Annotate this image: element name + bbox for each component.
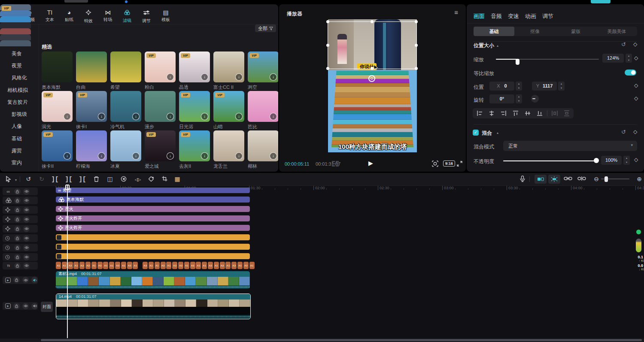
text-clip[interactable]: A3 <box>115 262 120 269</box>
download-icon[interactable]: ↓ <box>201 152 208 160</box>
selection-handle[interactable] <box>326 20 329 23</box>
download-icon[interactable]: ↓ <box>235 73 243 81</box>
rotate-field[interactable]: 0° <box>489 94 514 103</box>
download-icon[interactable]: ↓ <box>270 113 277 120</box>
filter-card[interactable]: ↓龙舌兰 <box>213 130 244 169</box>
selection-handle[interactable] <box>326 44 329 47</box>
filter-card-partial[interactable] <box>0 40 31 46</box>
text-clip[interactable]: A3 <box>85 262 91 269</box>
subtab-抠像[interactable]: 抠像 <box>514 27 555 36</box>
tab-动画[interactable]: 动画 <box>525 12 536 20</box>
filter-card[interactable]: ↓芭比 <box>248 91 278 130</box>
player-menu-icon[interactable]: ≡ <box>454 9 458 16</box>
playhead-line[interactable] <box>67 185 68 338</box>
text-clip[interactable]: A1 <box>249 262 255 269</box>
section-position-size-title[interactable]: 位置大小 ▴ <box>474 42 498 49</box>
text-clip[interactable]: A3 <box>161 262 166 269</box>
clip-sticker[interactable] <box>56 244 250 250</box>
tab-画面[interactable]: 画面 <box>474 12 485 20</box>
alignment-distribute-h[interactable] <box>549 109 560 118</box>
filter-card[interactable]: 自由 <box>76 51 107 91</box>
blend-keyframe-icon[interactable]: ◇ <box>633 129 637 135</box>
selection-handle[interactable] <box>415 67 418 70</box>
position-x-field[interactable]: X0 <box>489 82 514 91</box>
text-clip[interactable]: A1 <box>225 262 231 269</box>
filter-card[interactable]: VIP↓去灰II <box>179 130 210 169</box>
selection-handle[interactable] <box>371 20 374 23</box>
clip-sticker[interactable] <box>56 234 250 240</box>
download-icon[interactable]: ↓ <box>132 152 140 160</box>
filter-card[interactable]: 奥本海默 <box>42 51 73 91</box>
filter-card[interactable]: VIP↓晶透 <box>179 51 210 91</box>
selection-box[interactable] <box>328 21 417 69</box>
filter-card[interactable]: ↓冰夏 <box>110 130 141 169</box>
blend-mode-dropdown[interactable]: 正常 ▾ <box>503 141 637 151</box>
text-clip[interactable]: A1 <box>196 262 201 269</box>
text-clip[interactable]: A3 <box>172 262 177 269</box>
text-clip[interactable]: A1 <box>202 262 207 269</box>
tab-调节[interactable]: 调节 <box>542 12 553 20</box>
text-clip[interactable]: A1 <box>62 262 67 269</box>
clip-effect[interactable]: 星火炸开 <box>56 215 250 221</box>
text-clip[interactable]: A3 <box>127 262 132 269</box>
rotate-stepper[interactable]: ▴▾ <box>516 94 522 103</box>
download-icon[interactable]: ↓ <box>201 73 208 81</box>
text-clip[interactable]: A1 <box>121 262 126 269</box>
filter-card[interactable]: VIP↓徕卡II <box>42 130 73 169</box>
scale-stepper[interactable]: ▴▾ <box>626 54 632 63</box>
filter-card[interactable]: VIP↓徕卡I <box>76 91 107 130</box>
filter-card[interactable]: VIP↓爱之城 <box>145 130 176 169</box>
text-clip[interactable]: A3 <box>231 262 237 269</box>
selection-handle[interactable] <box>415 20 418 23</box>
text-clip[interactable]: A3 <box>220 262 225 269</box>
clip-effect[interactable]: 星火炸开 <box>56 225 250 231</box>
download-icon[interactable]: ↓ <box>64 113 71 120</box>
filter-card-partial[interactable]: VIP <box>0 16 31 22</box>
keyframe-icon-ps[interactable]: ◇ <box>633 41 637 47</box>
download-icon[interactable]: ↓ <box>167 73 174 81</box>
filter-card[interactable]: ↓柠檬海 <box>76 130 107 169</box>
alignment-align-bottom[interactable] <box>534 109 545 118</box>
clip-filter[interactable]: 奥本海默 <box>56 197 250 203</box>
text-clip[interactable]: A3 <box>208 262 213 269</box>
reset-icon-ps[interactable]: ↺ <box>621 41 626 48</box>
filter-card[interactable]: VIP↓冽空 <box>248 51 278 91</box>
filter-card[interactable]: VIP↓日光浴 <box>179 91 210 130</box>
frame-view-icon[interactable] <box>332 161 339 166</box>
anchor-point-icon[interactable] <box>368 75 375 82</box>
text-clip[interactable]: A1 <box>91 262 97 269</box>
alignment-align-top[interactable] <box>510 109 521 118</box>
cover-button[interactable]: 封面 <box>41 302 53 312</box>
text-clip[interactable]: A1 <box>184 262 189 269</box>
position-keyframe-icon[interactable]: ◇ <box>634 82 638 88</box>
download-icon[interactable]: ↓ <box>235 152 243 160</box>
text-clip[interactable]: A1 <box>109 262 114 269</box>
text-clip[interactable]: A3 <box>243 262 249 269</box>
position-y-field[interactable]: Y1117 <box>532 82 557 91</box>
tab-变速[interactable]: 变速 <box>508 12 519 20</box>
download-icon[interactable]: ↓ <box>270 152 277 160</box>
selection-handle[interactable] <box>371 67 374 70</box>
alignment-align-center-h[interactable] <box>486 109 497 118</box>
horizontal-scrollbar[interactable] <box>0 339 644 342</box>
opacity-stepper[interactable]: ▴▾ <box>623 156 630 165</box>
selection-handle[interactable] <box>415 44 418 47</box>
opacity-value[interactable]: 100% <box>601 156 622 165</box>
filter-card[interactable]: 希望 <box>110 51 141 91</box>
download-icon[interactable]: ↓ <box>167 152 174 160</box>
fullscreen-icon[interactable] <box>456 160 463 167</box>
opacity-keyframe-icon[interactable]: ◇ <box>634 157 638 163</box>
text-clip[interactable]: A1 <box>149 262 154 269</box>
video-clip-素材3.mp4[interactable]: 素材3.mp400:01:31:07 <box>56 271 250 289</box>
alignment-distribute-v[interactable] <box>561 109 572 118</box>
text-clip[interactable]: A1 <box>155 262 160 269</box>
selection-handle[interactable] <box>326 67 329 70</box>
play-button[interactable]: ▶ <box>368 160 373 166</box>
filter-card[interactable]: ↓富士CC II <box>213 51 244 91</box>
clip-effect[interactable]: 星火 <box>56 206 250 212</box>
alignment-align-right[interactable] <box>498 109 509 118</box>
text-clip[interactable]: A3 <box>143 262 148 269</box>
filter-card-partial[interactable] <box>0 34 31 40</box>
alignment-align-middle-v[interactable] <box>522 109 533 118</box>
video-clip-14.mp4[interactable]: 14.mp400:01:31:07 <box>56 294 251 319</box>
